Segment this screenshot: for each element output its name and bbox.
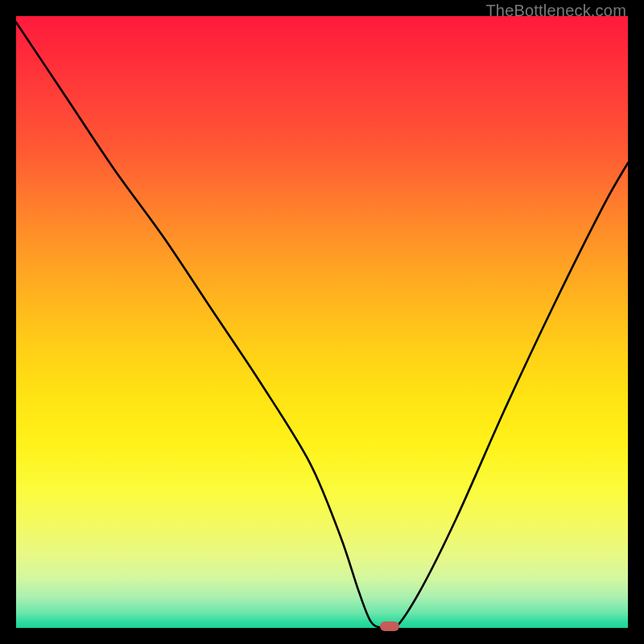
curve-svg: [16, 16, 628, 628]
minimum-marker: [380, 621, 399, 631]
watermark-text: TheBottleneck.com: [485, 2, 626, 20]
chart-container: TheBottleneck.com: [0, 0, 644, 644]
bottleneck-curve: [16, 23, 628, 628]
plot-area: [16, 16, 628, 628]
